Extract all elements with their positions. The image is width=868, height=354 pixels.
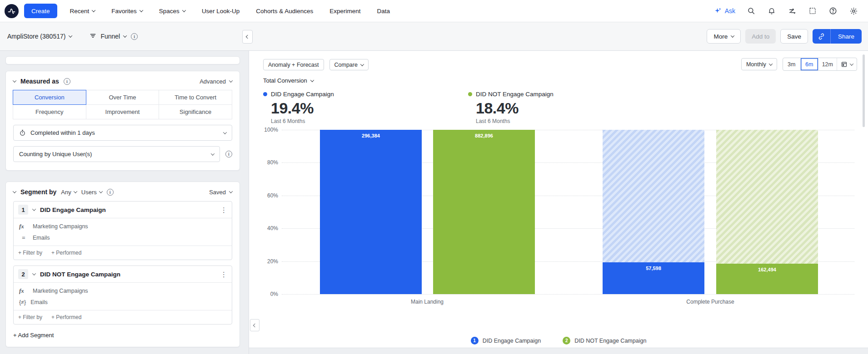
saved-dropdown[interactable]: Saved	[209, 189, 232, 196]
ask-ai-button[interactable]: Ask	[714, 7, 735, 15]
counting-by-info-icon[interactable]: i	[225, 151, 232, 157]
conversion-window-select[interactable]: Completed within 1 days	[13, 125, 232, 141]
segment-2-badge[interactable]: 2	[18, 269, 28, 279]
events-card-partial	[5, 56, 240, 64]
measured-as-info-icon[interactable]: i	[64, 78, 70, 85]
segment-1-name[interactable]: DID Engage Campaign	[40, 206, 106, 213]
series-dot-green	[468, 92, 472, 96]
share-button[interactable]: Share	[831, 29, 862, 44]
segment-1-property-row[interactable]: fx Marketing Campaigns	[19, 223, 227, 230]
y-tick: 40%	[267, 225, 278, 231]
option-time-to-convert[interactable]: Time to Convert	[159, 90, 232, 105]
segment-1-filter-by-button[interactable]: + Filter by	[18, 250, 42, 256]
more-button[interactable]: More	[707, 29, 741, 44]
nav-right-icons: Ask	[714, 6, 868, 15]
segment-2-filter-by-button[interactable]: + Filter by	[18, 314, 42, 320]
create-button[interactable]: Create	[24, 4, 57, 18]
custom-date-button[interactable]	[837, 58, 857, 70]
journeys-swap-icon[interactable]	[788, 6, 797, 15]
not-equals-operator[interactable]: {≠}	[19, 299, 26, 305]
segment-1-value-row[interactable]: = Emails	[19, 235, 227, 241]
advanced-dropdown[interactable]: Advanced	[200, 78, 232, 85]
anomaly-forecast-button[interactable]: Anomaly + Forecast	[263, 59, 324, 70]
top-nav: Create Recent Favorites Spaces User Look…	[0, 0, 868, 22]
segment-2-value-row[interactable]: {≠} Emails	[19, 299, 227, 305]
segment-2: 2 DID NOT Engage Campaign ⋮ fx Marketing…	[13, 266, 232, 324]
segment-2-performed-button[interactable]: + Performed	[51, 314, 81, 320]
segment-2-menu-icon[interactable]: ⋮	[220, 271, 227, 278]
y-tick: 0%	[270, 291, 278, 297]
chevron-down-icon	[69, 34, 72, 37]
nav-items: Recent Favorites Spaces User Look-Up Coh…	[70, 8, 390, 15]
option-frequency[interactable]: Frequency	[13, 104, 86, 119]
nav-data[interactable]: Data	[377, 8, 390, 15]
option-over-time[interactable]: Over Time	[86, 90, 160, 105]
segment-users-dropdown[interactable]: Users	[81, 189, 102, 196]
y-tick: 80%	[267, 159, 278, 166]
chevron-down-icon	[92, 8, 95, 12]
project-selector[interactable]: AmpliStore (380517)	[7, 33, 72, 40]
nav-experiment[interactable]: Experiment	[329, 8, 360, 15]
measured-as-card: Measured as i Advanced Conversion Over T…	[5, 71, 240, 171]
add-to-button[interactable]: Add to	[745, 29, 776, 44]
save-button[interactable]: Save	[780, 29, 808, 44]
bar-main-landing-did-not-engage[interactable]: 882,896	[433, 130, 535, 294]
kpi-value: 19.4%	[271, 99, 334, 117]
segment-2-name[interactable]: DID NOT Engage Campaign	[40, 271, 120, 278]
segment-1-performed-button[interactable]: + Performed	[51, 250, 81, 256]
range-3m[interactable]: 3m	[783, 58, 801, 70]
range-6m[interactable]: 6m	[801, 58, 818, 70]
segment-1-menu-icon[interactable]: ⋮	[220, 206, 227, 213]
bar-complete-purchase-did-not-engage[interactable]: 162,494	[716, 130, 818, 294]
help-icon[interactable]	[828, 6, 838, 15]
add-segment-button[interactable]: + Add Segment	[13, 332, 232, 339]
metric-selector[interactable]: Total Conversion	[263, 77, 314, 84]
chart-panel: Anomaly + Forecast Compare Monthly 3m 6m…	[249, 51, 868, 348]
segment-1: 1 DID Engage Campaign ⋮ fx Marketing Cam…	[13, 201, 232, 260]
equals-operator[interactable]: =	[19, 235, 28, 241]
counting-by-select[interactable]: Counting by Unique User(s)	[13, 146, 220, 162]
copy-link-button[interactable]	[813, 29, 831, 44]
chevron-down-icon[interactable]	[32, 271, 36, 275]
nav-cohorts-audiences[interactable]: Cohorts & Audiences	[256, 8, 313, 15]
notifications-bell-icon[interactable]	[767, 6, 776, 15]
option-improvement[interactable]: Improvement	[86, 104, 160, 119]
chevron-down-icon	[850, 62, 853, 65]
segment-2-property-row[interactable]: fx Marketing Campaigns	[19, 287, 227, 295]
segment-by-info-icon[interactable]: i	[107, 189, 114, 196]
option-significance[interactable]: Significance	[159, 104, 232, 119]
collapse-section-icon[interactable]	[13, 79, 16, 82]
dashboard-templates-icon[interactable]	[808, 6, 817, 15]
amplitude-logo[interactable]	[5, 4, 19, 18]
scrollbar[interactable]	[863, 54, 865, 127]
chevron-down-icon[interactable]	[32, 207, 36, 211]
kpi-did-engage: DID Engage Campaign 19.4% Last 6 Months	[263, 91, 334, 124]
sidebar-collapse-button[interactable]	[242, 30, 253, 44]
nav-recent[interactable]: Recent	[70, 8, 95, 15]
nav-favorites[interactable]: Favorites	[111, 8, 143, 15]
bar-main-landing-did-engage[interactable]: 296,384	[320, 130, 422, 294]
chevron-down-icon	[182, 8, 186, 12]
chart-type-selector[interactable]: Funnel	[89, 33, 126, 40]
collapse-section-icon[interactable]	[13, 189, 16, 193]
granularity-dropdown[interactable]: Monthly	[741, 58, 777, 70]
chevron-down-icon	[768, 62, 772, 65]
chart-type-info-icon[interactable]: i	[131, 33, 138, 40]
query-sidebar: Measured as i Advanced Conversion Over T…	[0, 51, 249, 354]
legend-did-engage[interactable]: 1 DID Engage Campaign	[471, 337, 541, 344]
bar-value-label: 296,384	[320, 133, 422, 138]
bar-value-label: 882,896	[433, 133, 535, 138]
segment-1-badge[interactable]: 1	[18, 205, 28, 215]
legend-did-not-engage[interactable]: 2 DID NOT Engage Campaign	[563, 337, 646, 344]
nav-user-look-up[interactable]: User Look-Up	[202, 8, 239, 15]
search-icon[interactable]	[747, 6, 756, 15]
compare-button[interactable]: Compare	[329, 59, 369, 70]
segment-any-dropdown[interactable]: Any	[61, 189, 76, 196]
kpi-period: Last 6 Months	[476, 118, 554, 124]
nav-spaces[interactable]: Spaces	[159, 8, 185, 15]
settings-gear-icon[interactable]	[849, 6, 858, 15]
option-conversion[interactable]: Conversion	[13, 90, 86, 105]
range-12m[interactable]: 12m	[818, 58, 837, 70]
chart-collapse-button[interactable]	[250, 319, 259, 331]
bar-complete-purchase-did-engage[interactable]: 57,598	[603, 130, 704, 294]
